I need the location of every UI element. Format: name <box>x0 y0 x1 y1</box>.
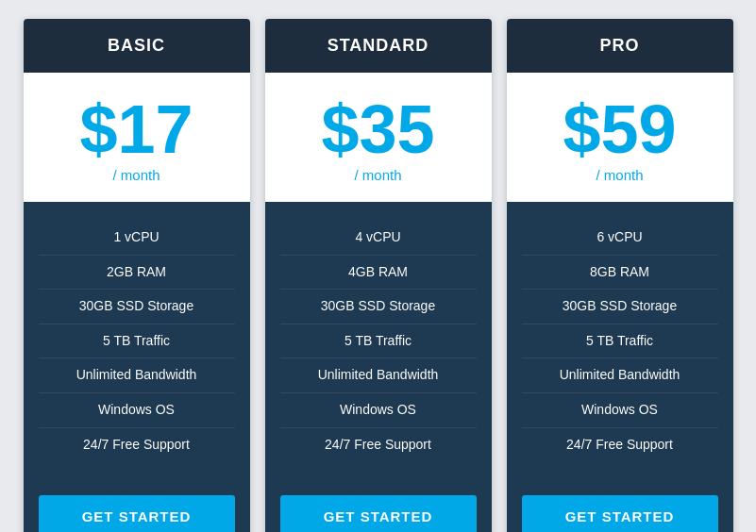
price-amount-pro: $59 <box>522 95 718 163</box>
feature-item: 2GB RAM <box>39 256 235 291</box>
feature-item: 5 TB Traffic <box>39 324 235 359</box>
get-started-button-basic[interactable]: GET STARTED <box>39 495 235 532</box>
feature-item: 24/7 Free Support <box>522 428 718 462</box>
feature-item: Windows OS <box>39 393 235 428</box>
plan-name-basic: BASIC <box>24 19 250 73</box>
feature-item: 6 vCPU <box>522 221 718 256</box>
cta-section-basic: GET STARTED <box>24 480 250 532</box>
feature-item: Unlimited Bandwidth <box>280 358 477 393</box>
feature-item: 4 vCPU <box>280 221 477 256</box>
feature-item: 30GB SSD Storage <box>280 290 477 324</box>
price-amount-basic: $17 <box>39 95 235 163</box>
cta-section-pro: GET STARTED <box>507 480 733 532</box>
feature-item: 30GB SSD Storage <box>522 290 718 324</box>
cta-section-standard: GET STARTED <box>265 480 492 532</box>
price-section-basic: $17/ month <box>24 73 250 202</box>
feature-item: Unlimited Bandwidth <box>522 358 718 393</box>
pricing-container: BASIC$17/ month1 vCPU2GB RAM30GB SSD Sto… <box>0 0 756 532</box>
feature-item: 5 TB Traffic <box>522 324 718 359</box>
feature-item: Unlimited Bandwidth <box>39 358 235 393</box>
feature-item: Windows OS <box>522 393 718 428</box>
features-section-pro: 6 vCPU8GB RAM30GB SSD Storage5 TB Traffi… <box>507 202 733 480</box>
feature-item: Windows OS <box>280 393 477 428</box>
get-started-button-standard[interactable]: GET STARTED <box>280 495 477 532</box>
plan-name-pro: PRO <box>507 19 733 73</box>
pricing-card-pro: PRO$59/ month6 vCPU8GB RAM30GB SSD Stora… <box>507 19 733 532</box>
price-section-pro: $59/ month <box>507 73 733 202</box>
feature-item: 4GB RAM <box>280 256 477 291</box>
feature-item: 5 TB Traffic <box>280 324 477 359</box>
price-amount-standard: $35 <box>280 95 477 163</box>
price-period-basic: / month <box>39 167 235 183</box>
feature-item: 30GB SSD Storage <box>39 290 235 324</box>
plan-name-standard: STANDARD <box>265 19 492 73</box>
feature-item: 8GB RAM <box>522 256 718 291</box>
get-started-button-pro[interactable]: GET STARTED <box>522 495 718 532</box>
pricing-card-basic: BASIC$17/ month1 vCPU2GB RAM30GB SSD Sto… <box>24 19 250 532</box>
price-section-standard: $35/ month <box>265 73 492 202</box>
feature-item: 24/7 Free Support <box>39 428 235 462</box>
pricing-card-standard: STANDARD$35/ month4 vCPU4GB RAM30GB SSD … <box>265 19 492 532</box>
feature-item: 24/7 Free Support <box>280 428 477 462</box>
price-period-pro: / month <box>522 167 718 183</box>
features-section-standard: 4 vCPU4GB RAM30GB SSD Storage5 TB Traffi… <box>265 202 492 480</box>
feature-item: 1 vCPU <box>39 221 235 256</box>
price-period-standard: / month <box>280 167 477 183</box>
features-section-basic: 1 vCPU2GB RAM30GB SSD Storage5 TB Traffi… <box>24 202 250 480</box>
